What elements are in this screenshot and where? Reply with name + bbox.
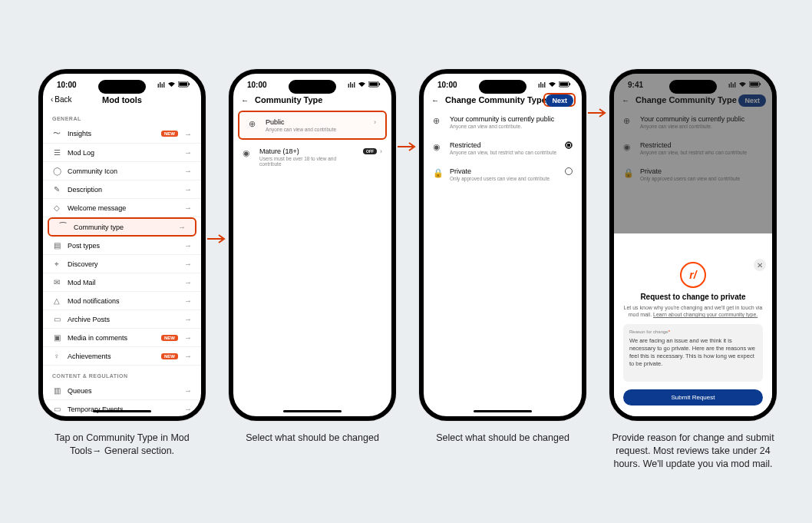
time: 10:00 (437, 81, 457, 89)
back-arrow-icon[interactable]: ← (241, 96, 249, 104)
new-badge: NEW (161, 353, 178, 359)
notch (669, 80, 717, 94)
lock-icon: 🔒 (433, 168, 442, 178)
list-item[interactable]: ◯Community Icon→ (43, 162, 201, 180)
section-header: CONTENT & REGULATION (43, 366, 201, 382)
option-title: Public (266, 118, 363, 126)
content: GENERAL〜InsightsNEW→☰Mod Log→◯Community … (43, 108, 201, 419)
item-label: Insights (68, 130, 155, 137)
status-icons: ılıl (157, 81, 190, 89)
notch (98, 80, 146, 94)
notch (479, 80, 526, 94)
section-header: GENERAL (43, 108, 201, 124)
list-item[interactable]: ▭Temporary Events→ (43, 400, 201, 419)
note-icon: ▤ (52, 241, 61, 250)
item-label: Mod Log (68, 149, 178, 157)
back-button[interactable]: ‹ Back (51, 95, 72, 104)
option-title: Mature (18+) (259, 147, 355, 155)
list-icon: ☰ (52, 148, 61, 157)
circle-icon: ◯ (52, 167, 61, 175)
reason-textarea[interactable]: Reason for change* We are facing an issu… (623, 324, 763, 382)
radio-button[interactable] (565, 167, 573, 175)
wifi-icon (167, 81, 176, 89)
option-row[interactable]: 🔒PrivateOnly approved users can view and… (424, 161, 582, 187)
chevron-right-icon: → (184, 278, 192, 286)
content: ⊕PublicAnyone can view and contribute›◉M… (233, 111, 391, 173)
notch (289, 80, 336, 94)
list-item[interactable]: ▣Media in commentsNEW→ (43, 329, 201, 347)
list-item[interactable]: ☰Mod Log→ (43, 144, 201, 162)
item-label: Community type (74, 223, 172, 231)
chevron-right-icon: → (184, 352, 192, 360)
cellular-icon: ılıl (538, 81, 546, 89)
chevron-right-icon: → (184, 386, 192, 395)
list-item[interactable]: △Mod notifications→ (43, 292, 201, 310)
item-label: Discovery (68, 260, 178, 268)
wifi-icon (548, 81, 556, 89)
caption: Provide reason for change and submit req… (609, 432, 777, 471)
chevron-right-icon: › (374, 118, 376, 126)
dim-overlay (614, 74, 772, 233)
trophy-icon: ♀ (52, 352, 61, 360)
queue-icon: ▥ (52, 386, 61, 395)
item-label: Welcome message (68, 204, 178, 212)
item-label: Achievements (68, 353, 155, 360)
arrow-icon (207, 232, 227, 248)
globe-icon: ⊕ (249, 119, 258, 129)
svg-rect-1 (179, 82, 187, 85)
option-row: ⊕Your community is currently publicAnyon… (424, 109, 582, 135)
option-subtitle: Anyone can view, but restrict who can co… (450, 150, 557, 155)
list-item[interactable]: ▥Queues→ (43, 382, 201, 400)
chevron-right-icon: → (184, 167, 192, 175)
submit-button[interactable]: Submit Request (623, 389, 763, 405)
chevron-right-icon: → (178, 223, 186, 231)
chevron-right-icon: › (380, 147, 382, 155)
chevron-right-icon: → (184, 333, 192, 342)
caption: Tap on Community Type in Mod Tools→ Gene… (38, 432, 206, 458)
chevron-right-icon: → (184, 315, 192, 323)
caption: Select what should be changed (419, 432, 586, 445)
option-subtitle: Anyone can view and contribute. (450, 124, 565, 129)
home-indicator (474, 410, 532, 412)
chevron-right-icon: → (184, 296, 192, 305)
item-label: Queues (68, 387, 178, 395)
option-row[interactable]: ⊕PublicAnyone can view and contribute› (238, 111, 387, 140)
learn-link[interactable]: Learn about changing your community type… (653, 312, 758, 317)
radio-button[interactable] (565, 141, 573, 149)
option-subtitle: Users must be over 18 to view and contri… (259, 156, 355, 167)
list-item[interactable]: ✉Mod Mail→ (43, 273, 201, 292)
media-icon: ▣ (52, 333, 61, 342)
chevron-right-icon: → (184, 130, 192, 138)
battery-icon (559, 81, 571, 89)
chevron-right-icon: → (184, 148, 192, 157)
calendar-icon: ▭ (52, 405, 61, 413)
content: ⊕Your community is currently publicAnyon… (424, 109, 582, 187)
svg-rect-9 (559, 82, 568, 85)
svg-rect-5 (369, 82, 378, 85)
list-item[interactable]: ⁀Community type→ (48, 217, 196, 237)
option-row[interactable]: ◉Mature (18+)Users must be over 18 to vi… (233, 141, 391, 173)
page-title: Community Type (255, 95, 322, 104)
close-icon[interactable]: ✕ (754, 259, 766, 271)
arrow-icon (398, 140, 418, 156)
list-item[interactable]: ▭Archive Posts→ (43, 310, 201, 329)
item-label: Description (68, 186, 178, 194)
list-item[interactable]: ♀AchievementsNEW→ (43, 347, 201, 366)
chevron-right-icon: → (184, 260, 192, 268)
lock-icon: ⁀ (58, 223, 68, 231)
back-arrow-icon[interactable]: ← (431, 96, 439, 104)
option-row[interactable]: ◉RestrictedAnyone can view, but restrict… (424, 135, 582, 161)
item-label: Mod notifications (68, 297, 178, 305)
archive-icon: ▭ (52, 315, 61, 323)
compass-icon: ⌖ (52, 260, 61, 269)
list-item[interactable]: ▤Post types→ (43, 237, 201, 255)
list-item[interactable]: 〜InsightsNEW→ (43, 124, 201, 144)
new-badge: NEW (161, 335, 178, 341)
arrow-icon (588, 106, 608, 122)
list-item[interactable]: ✎Description→ (43, 180, 201, 199)
list-item[interactable]: ◇Welcome message→ (43, 199, 201, 217)
list-item[interactable]: ⌖Discovery→ (43, 255, 201, 273)
option-subtitle: Anyone can view and contribute (266, 127, 363, 132)
eye-icon: ◉ (243, 148, 252, 158)
next-button[interactable]: Next (546, 94, 573, 107)
